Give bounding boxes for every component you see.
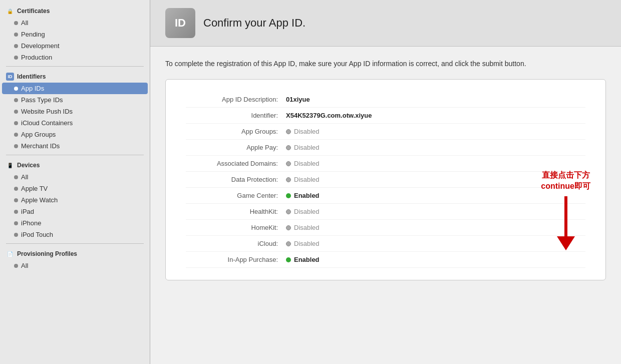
instruction-text: To complete the registration of this App… bbox=[165, 59, 606, 69]
bullet-icon bbox=[14, 121, 18, 125]
devices-icon: 📱 bbox=[6, 161, 14, 169]
app-id-icon: ID bbox=[165, 8, 195, 38]
field-label-data-protection: Data Protection: bbox=[186, 176, 286, 183]
status-dot-in-app-purchase bbox=[286, 257, 291, 262]
sidebar-item-label: All bbox=[21, 19, 28, 27]
bullet-icon bbox=[14, 175, 18, 179]
info-row-game-center: Game Center: Enabled bbox=[186, 188, 585, 204]
field-value-apple-pay: Disabled bbox=[286, 144, 320, 151]
bullet-icon bbox=[14, 210, 18, 214]
provisioning-label: Provisioning Profiles bbox=[17, 250, 77, 257]
devices-label: Devices bbox=[17, 162, 40, 169]
field-value-healthkit: Disabled bbox=[286, 208, 320, 215]
sidebar-item-merchant-ids[interactable]: Merchant IDs bbox=[0, 140, 150, 152]
sidebar-item-label: App Groups bbox=[21, 131, 56, 138]
sidebar-item-label: App IDs bbox=[21, 85, 44, 92]
field-value-data-protection: Disabled bbox=[286, 176, 320, 183]
field-label-apple-pay: Apple Pay: bbox=[186, 144, 286, 151]
status-dot-app-groups bbox=[286, 129, 291, 134]
divider-1 bbox=[6, 66, 144, 67]
sidebar-item-label: Development bbox=[21, 42, 60, 50]
status-dot-icloud bbox=[286, 241, 291, 246]
arrow-head bbox=[557, 236, 575, 250]
sidebar-item-app-groups[interactable]: App Groups bbox=[0, 129, 150, 140]
bullet-icon bbox=[14, 187, 18, 191]
status-dot-healthkit bbox=[286, 209, 291, 214]
page-title: Confirm your App ID. bbox=[203, 17, 305, 30]
sidebar: 🔒 Certificates All Pending Development P… bbox=[0, 0, 150, 364]
sidebar-item-website-push-ids[interactable]: Website Push IDs bbox=[0, 106, 150, 117]
info-row-data-protection: Data Protection: Disabled bbox=[186, 172, 585, 188]
sidebar-item-label: Apple Watch bbox=[21, 196, 58, 204]
bullet-icon bbox=[14, 98, 18, 102]
bullet-icon bbox=[14, 233, 18, 237]
status-dot-data-protection bbox=[286, 177, 291, 182]
status-dot-apple-pay bbox=[286, 145, 291, 150]
sidebar-item-cert-development[interactable]: Development bbox=[0, 40, 150, 52]
bullet-icon bbox=[14, 264, 18, 268]
provisioning-icon: 📄 bbox=[6, 250, 14, 258]
sidebar-item-label: iPod Touch bbox=[21, 231, 53, 238]
annotation-line1: 直接点击下方 continue即可 bbox=[541, 170, 590, 192]
bullet-icon bbox=[14, 110, 18, 114]
sidebar-item-cert-pending[interactable]: Pending bbox=[0, 29, 150, 40]
status-dot-homekit bbox=[286, 225, 291, 230]
sidebar-item-label: Pending bbox=[21, 31, 45, 38]
sidebar-item-label: All bbox=[21, 262, 28, 269]
arrow-down-icon bbox=[541, 196, 590, 250]
field-label-in-app-purchase: In-App Purchase: bbox=[186, 256, 286, 263]
sidebar-item-apple-tv[interactable]: Apple TV bbox=[0, 183, 150, 194]
field-label-healthkit: HealthKit: bbox=[186, 208, 286, 215]
field-label-description: App ID Description: bbox=[186, 96, 286, 103]
divider-3 bbox=[6, 243, 144, 244]
field-label-app-groups: App Groups: bbox=[186, 128, 286, 135]
bullet-icon bbox=[14, 21, 18, 25]
main-content: ID Confirm your App ID. To complete the … bbox=[150, 0, 621, 364]
field-value-icloud: Disabled bbox=[286, 240, 320, 247]
field-label-icloud: iCloud: bbox=[186, 240, 286, 247]
field-label-associated-domains: Associated Domains: bbox=[186, 160, 286, 167]
info-row-apple-pay: Apple Pay: Disabled bbox=[186, 140, 585, 156]
sidebar-item-label: iCloud Containers bbox=[21, 119, 73, 127]
sidebar-item-prov-all[interactable]: All bbox=[0, 260, 150, 271]
sidebar-item-label: iPad bbox=[21, 208, 34, 215]
sidebar-item-ipod-touch[interactable]: iPod Touch bbox=[0, 229, 150, 240]
sidebar-item-cert-all[interactable]: All bbox=[0, 17, 150, 29]
status-dot-game-center bbox=[286, 193, 291, 198]
identifiers-label: Identifiers bbox=[17, 73, 46, 80]
bullet-icon bbox=[14, 33, 18, 37]
sidebar-item-app-ids[interactable]: App IDs bbox=[2, 83, 148, 94]
bullet-icon bbox=[14, 87, 18, 91]
sidebar-item-iphone[interactable]: iPhone bbox=[0, 217, 150, 229]
bullet-icon bbox=[14, 44, 18, 48]
info-row-app-groups: App Groups: Disabled bbox=[186, 124, 585, 140]
annotation-overlay: 直接点击下方 continue即可 bbox=[541, 170, 590, 250]
info-card: App ID Description: 01xiyue Identifier: … bbox=[165, 79, 606, 280]
sidebar-item-ipad[interactable]: iPad bbox=[0, 206, 150, 217]
certificates-icon: 🔒 bbox=[6, 7, 14, 15]
field-value-app-groups: Disabled bbox=[286, 128, 320, 135]
sidebar-item-dev-all[interactable]: All bbox=[0, 171, 150, 183]
sidebar-item-label: Apple TV bbox=[21, 185, 48, 192]
info-row-associated-domains: Associated Domains: Disabled bbox=[186, 156, 585, 172]
sidebar-item-pass-type-ids[interactable]: Pass Type IDs bbox=[0, 94, 150, 106]
bullet-icon bbox=[14, 144, 18, 148]
certificates-section: 🔒 Certificates bbox=[0, 4, 150, 17]
devices-section: 📱 Devices bbox=[0, 158, 150, 171]
arrow-shaft bbox=[564, 196, 567, 236]
sidebar-item-apple-watch[interactable]: Apple Watch bbox=[0, 194, 150, 206]
field-value-game-center: Enabled bbox=[286, 192, 320, 199]
info-row-in-app-purchase: In-App Purchase: Enabled bbox=[186, 252, 585, 268]
info-row-identifier: Identifier: X54K52379G.com.otw.xiyue bbox=[186, 108, 585, 124]
status-dot-associated-domains bbox=[286, 161, 291, 166]
sidebar-item-cert-production[interactable]: Production bbox=[0, 52, 150, 63]
provisioning-section: 📄 Provisioning Profiles bbox=[0, 247, 150, 260]
info-row-homekit: HomeKit: Disabled bbox=[186, 220, 585, 236]
sidebar-item-label: Merchant IDs bbox=[21, 142, 60, 150]
divider-2 bbox=[6, 155, 144, 155]
sidebar-item-icloud-containers[interactable]: iCloud Containers bbox=[0, 117, 150, 129]
info-row-healthkit: HealthKit: Disabled bbox=[186, 204, 585, 220]
field-value-description: 01xiyue bbox=[286, 96, 310, 103]
content-header: ID Confirm your App ID. bbox=[150, 0, 621, 47]
bullet-icon bbox=[14, 221, 18, 225]
